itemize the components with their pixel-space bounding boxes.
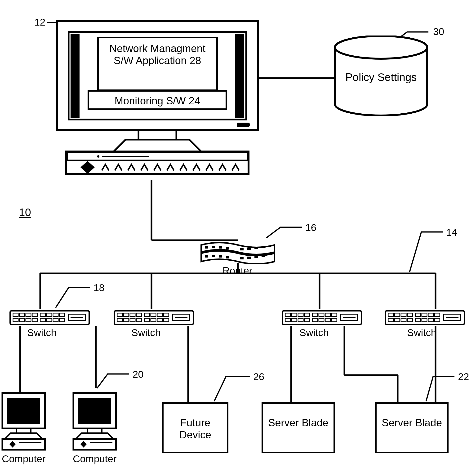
router xyxy=(200,239,276,264)
switch-2-label: Switch xyxy=(131,327,161,338)
policy-db: Policy Settings xyxy=(334,36,428,116)
server-blade-2: Server Blade xyxy=(375,402,449,453)
svg-rect-130 xyxy=(73,439,116,450)
svg-rect-93 xyxy=(292,318,297,322)
svg-rect-107 xyxy=(415,313,421,316)
switch-2 xyxy=(114,309,194,325)
svg-rect-46 xyxy=(13,313,18,316)
callout-18: 18 xyxy=(93,282,105,294)
figure-ref: 10 xyxy=(19,206,31,219)
svg-rect-58 xyxy=(40,318,45,322)
svg-rect-69 xyxy=(144,313,150,316)
svg-rect-52 xyxy=(53,313,58,316)
svg-rect-80 xyxy=(164,318,169,322)
svg-rect-78 xyxy=(151,318,156,322)
svg-rect-38 xyxy=(212,255,215,257)
switch-1 xyxy=(10,309,90,325)
app-window: Network Managment S/W Application 28 xyxy=(97,37,218,91)
svg-rect-60 xyxy=(53,318,58,322)
svg-rect-42 xyxy=(247,257,251,259)
svg-rect-84 xyxy=(285,313,290,316)
future-device: Future Device xyxy=(162,402,228,453)
svg-rect-124 xyxy=(2,439,45,450)
callout-14: 14 xyxy=(446,227,457,238)
svg-rect-59 xyxy=(47,318,52,322)
svg-rect-79 xyxy=(157,318,162,322)
svg-rect-32 xyxy=(226,247,229,249)
svg-rect-31 xyxy=(219,246,222,248)
svg-rect-117 xyxy=(428,318,433,322)
computer-2-label: Computer xyxy=(67,453,122,465)
svg-rect-30 xyxy=(212,246,215,248)
svg-rect-49 xyxy=(32,313,38,316)
svg-rect-48 xyxy=(26,313,31,316)
svg-rect-70 xyxy=(151,313,156,316)
svg-rect-128 xyxy=(78,398,111,424)
svg-rect-23 xyxy=(67,153,247,160)
svg-rect-35 xyxy=(255,247,258,249)
switch-4 xyxy=(385,309,465,325)
svg-rect-34 xyxy=(247,247,251,250)
svg-rect-61 xyxy=(59,318,64,322)
server-blade-1: Server Blade xyxy=(262,402,335,453)
svg-rect-74 xyxy=(124,318,129,322)
svg-rect-39 xyxy=(219,255,222,258)
svg-rect-103 xyxy=(388,313,393,316)
svg-rect-110 xyxy=(435,313,440,316)
computer-1 xyxy=(0,390,51,452)
svg-point-28 xyxy=(335,36,427,59)
svg-rect-75 xyxy=(130,318,135,322)
svg-rect-122 xyxy=(7,398,40,424)
svg-rect-76 xyxy=(136,318,142,322)
svg-rect-94 xyxy=(298,318,303,322)
svg-rect-29 xyxy=(205,246,208,248)
switch-3 xyxy=(282,309,362,325)
svg-rect-108 xyxy=(422,313,427,316)
policy-db-label: Policy Settings xyxy=(334,71,428,84)
svg-rect-116 xyxy=(422,318,427,322)
callout-20: 20 xyxy=(133,369,144,380)
svg-rect-71 xyxy=(157,313,162,316)
svg-rect-57 xyxy=(32,318,38,322)
svg-rect-40 xyxy=(226,256,229,259)
svg-rect-68 xyxy=(136,313,142,316)
server-blade-1-label: Server Blade xyxy=(263,417,334,429)
callout-16: 16 xyxy=(305,222,316,234)
svg-rect-51 xyxy=(47,313,52,316)
svg-point-26 xyxy=(97,155,99,158)
server-blade-2-label: Server Blade xyxy=(377,417,447,429)
svg-rect-67 xyxy=(130,313,135,316)
computer-1-label: Computer xyxy=(0,453,51,465)
svg-rect-88 xyxy=(312,313,318,316)
svg-rect-56 xyxy=(26,318,31,322)
switch-3-label: Switch xyxy=(299,327,329,338)
svg-rect-89 xyxy=(319,313,324,316)
svg-rect-91 xyxy=(332,313,337,316)
svg-rect-112 xyxy=(395,318,400,322)
callout-26: 26 xyxy=(253,371,264,382)
svg-rect-72 xyxy=(164,313,169,316)
switch-1-label: Switch xyxy=(27,327,57,338)
router-label: Router xyxy=(222,265,252,276)
svg-rect-96 xyxy=(312,318,318,322)
svg-rect-65 xyxy=(117,313,122,316)
svg-rect-50 xyxy=(40,313,45,316)
monitoring-window: Monitoring S/W 24 xyxy=(88,90,227,110)
app-window-text: Network Managment S/W Application 28 xyxy=(99,43,216,66)
svg-rect-33 xyxy=(240,248,244,250)
callout-12: 12 xyxy=(34,17,45,28)
svg-rect-104 xyxy=(395,313,400,316)
switch-4-label: Switch xyxy=(407,327,437,338)
svg-rect-36 xyxy=(262,246,265,248)
svg-rect-114 xyxy=(407,318,412,322)
svg-rect-111 xyxy=(388,318,393,322)
svg-rect-53 xyxy=(59,313,64,316)
svg-rect-77 xyxy=(144,318,150,322)
svg-rect-41 xyxy=(240,257,244,259)
svg-rect-66 xyxy=(124,313,129,316)
svg-rect-95 xyxy=(304,318,309,322)
svg-rect-43 xyxy=(255,256,258,258)
svg-rect-86 xyxy=(298,313,303,316)
svg-rect-97 xyxy=(319,318,324,322)
svg-rect-54 xyxy=(13,318,18,322)
